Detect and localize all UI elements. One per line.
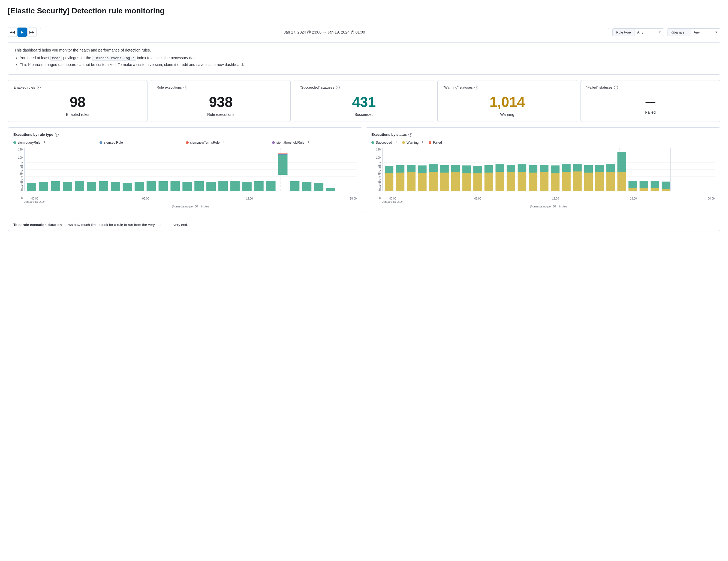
- info-bullet-2: This Kibana-managed dashboard can not be…: [20, 62, 714, 67]
- svg-rect-11: [63, 182, 72, 191]
- legend-item-succeeded: Succeeded: [371, 141, 392, 144]
- svg-rect-94: [651, 181, 659, 188]
- rule-type-filter: Rule type Any ▼: [612, 28, 664, 36]
- svg-rect-48: [396, 165, 405, 173]
- page-title: [Elastic Security] Detection rule monito…: [8, 7, 720, 15]
- bottom-note-strong: Total rule execution duration: [13, 223, 62, 227]
- stat-value-failed: —: [586, 95, 715, 107]
- bottom-note: Total rule execution duration shows how …: [8, 219, 720, 231]
- svg-rect-21: [182, 182, 192, 191]
- info-icon-warning[interactable]: i: [474, 86, 478, 89]
- svg-rect-17: [135, 182, 144, 191]
- play-button[interactable]: ▶: [17, 28, 27, 37]
- legend-label-failed: Failed: [433, 141, 442, 144]
- info-bullet-1: You need at least read privileges for th…: [20, 56, 714, 60]
- info-icon-succeeded[interactable]: i: [336, 86, 340, 89]
- svg-rect-65: [495, 172, 504, 191]
- info-icon-failed[interactable]: i: [614, 86, 618, 89]
- stat-card-warning: "Warning" statuses i 1,014 Warning: [437, 80, 577, 122]
- rule-type-select[interactable]: Any: [634, 29, 656, 36]
- stat-value-succeeded: 431: [300, 95, 428, 109]
- svg-rect-85: [606, 172, 615, 191]
- stat-label-rule-executions: Rule executions: [157, 112, 285, 117]
- stat-card-rule-executions: Rule executions i 938 Rule executions: [151, 80, 291, 122]
- stat-label-warning: Warning: [443, 112, 571, 117]
- legend-menu-new-terms-rule[interactable]: ⋮: [222, 140, 226, 145]
- legend-dot-succeeded: [371, 141, 374, 144]
- svg-rect-95: [662, 189, 670, 191]
- svg-rect-90: [628, 181, 637, 188]
- chart-rule-type-title: Executions by rule type: [13, 132, 53, 137]
- svg-rect-93: [651, 188, 659, 191]
- svg-rect-62: [473, 166, 482, 173]
- legend-menu-failed[interactable]: ⋮: [444, 140, 448, 145]
- svg-rect-59: [462, 173, 471, 191]
- title-divider: [8, 22, 720, 22]
- stat-title-rule-executions: Rule executions: [157, 85, 182, 89]
- legend-label-query-rule: siem.queryRule: [18, 141, 40, 144]
- svg-rect-18: [147, 181, 156, 191]
- svg-rect-96: [662, 182, 670, 189]
- rule-type-label: Rule type: [613, 29, 634, 36]
- status-y-label: Number of executions: [379, 162, 382, 189]
- toolbar: ◀◀ ▶ ▶▶ Jan 17, 2024 @ 23:00 → Jan 19, 2…: [8, 28, 720, 37]
- info-bullets: You need at least read privileges for th…: [20, 56, 714, 67]
- playback-controls: ◀◀ ▶ ▶▶: [8, 28, 37, 37]
- bottom-note-text: shows how much time it took for a rule t…: [63, 223, 188, 227]
- legend-menu-succeeded[interactable]: ⋮: [394, 140, 398, 145]
- info-icon-enabled-rules[interactable]: i: [37, 86, 41, 89]
- stat-card-failed: "Failed" statuses i — Failed: [580, 80, 720, 122]
- chart-executions-by-rule-type: Executions by rule type i siem.queryRule…: [8, 127, 362, 213]
- legend-menu-threshold-rule[interactable]: ⋮: [306, 140, 311, 145]
- svg-rect-31: [278, 153, 287, 154]
- svg-rect-35: [326, 188, 335, 191]
- stat-card-enabled-rules: Enabled rules i 98 Enabled rules: [8, 80, 148, 122]
- legend-menu-warning[interactable]: ⋮: [421, 140, 425, 145]
- info-description: This dashboard helps you monitor the hea…: [14, 48, 714, 52]
- svg-rect-86: [606, 164, 615, 172]
- legend-label-warning: Warning: [407, 141, 419, 144]
- skip-back-button[interactable]: ◀◀: [8, 28, 17, 37]
- kibana-chevron-icon: ▼: [713, 29, 720, 35]
- code-read: read: [50, 56, 62, 61]
- legend-menu-eql-rule[interactable]: ⋮: [125, 140, 129, 145]
- svg-rect-24: [218, 181, 228, 191]
- svg-rect-89: [628, 188, 637, 191]
- time-range-picker[interactable]: Jan 17, 2024 @ 23:00 → Jan 19, 2024 @ 01…: [40, 28, 609, 36]
- kibana-select[interactable]: Any: [691, 29, 713, 36]
- svg-rect-81: [584, 173, 593, 191]
- svg-rect-32: [290, 181, 299, 191]
- rule-type-x-axis: 00:00 January 18, 2024 06:00 12:00 18:00: [24, 197, 357, 204]
- svg-rect-14: [99, 181, 108, 191]
- svg-rect-55: [440, 173, 449, 191]
- skip-forward-button[interactable]: ▶▶: [27, 28, 37, 37]
- svg-rect-53: [429, 172, 438, 191]
- svg-rect-87: [617, 172, 626, 191]
- legend-label-threshold-rule: siem.thresholdRule: [276, 141, 305, 144]
- svg-rect-79: [573, 171, 582, 191]
- svg-rect-45: [385, 173, 393, 191]
- chart-status-title: Executions by status: [371, 132, 407, 137]
- svg-rect-10: [51, 181, 60, 191]
- legend-dot-query-rule: [13, 141, 16, 144]
- svg-rect-13: [87, 182, 96, 191]
- legend-dot-threshold-rule: [272, 141, 275, 144]
- legend-menu-query-rule[interactable]: ⋮: [43, 140, 47, 145]
- svg-rect-26: [242, 182, 252, 191]
- stat-value-rule-executions: 938: [157, 95, 285, 109]
- svg-rect-51: [418, 173, 427, 191]
- kibana-label: Kibana s...: [667, 29, 691, 36]
- svg-rect-56: [440, 165, 449, 173]
- svg-rect-78: [562, 164, 571, 172]
- svg-rect-72: [529, 165, 537, 173]
- info-icon-rule-executions[interactable]: i: [183, 86, 187, 89]
- svg-rect-60: [462, 165, 471, 173]
- svg-rect-69: [518, 172, 527, 191]
- info-icon-status-chart[interactable]: i: [408, 133, 412, 137]
- legend-item-threshold-rule: siem.thresholdRule: [272, 141, 305, 144]
- info-icon-rule-type-chart[interactable]: i: [55, 133, 59, 137]
- legend-dot-failed: [429, 141, 431, 144]
- svg-rect-30: [278, 154, 287, 155]
- svg-rect-82: [584, 165, 593, 173]
- charts-row: Executions by rule type i siem.queryRule…: [8, 127, 720, 213]
